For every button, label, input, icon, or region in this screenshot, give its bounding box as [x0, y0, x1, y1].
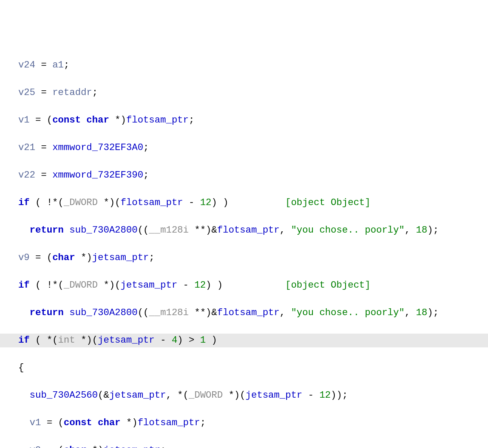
identifier: jetsam_ptr [109, 390, 166, 401]
number-literal: 12 [319, 390, 330, 401]
identifier: v25 [18, 87, 35, 98]
code-line[interactable]: v21 = xmmword_732EF3A0; [0, 141, 488, 155]
code-line[interactable]: v22 = xmmword_732EF390; [0, 169, 488, 182]
identifier: v24 [18, 60, 35, 71]
code-line[interactable]: v25 = retaddr; [0, 86, 488, 100]
code-line[interactable]: v9 = (char *)jetsam_ptr; [0, 444, 488, 448]
keyword: if [18, 335, 29, 346]
number-literal: 1 [200, 335, 206, 346]
code-line[interactable]: v9 = (char *)jetsam_ptr; [0, 251, 488, 265]
number-literal: 18 [416, 225, 427, 236]
identifier: v9 [18, 252, 29, 263]
identifier: flotsam_ptr [217, 307, 280, 318]
identifier: retaddr [53, 87, 92, 98]
type-cast: _DWORD [64, 197, 98, 208]
identifier: jetsam_ptr [103, 445, 160, 448]
string-literal: "you chose.. poorly" [291, 225, 405, 236]
code-line[interactable]: if ( !*(_DWORD *)(flotsam_ptr - 12) ) [o… [0, 196, 488, 210]
type-cast: __m128i [149, 307, 188, 318]
code-line[interactable]: return sub_730A2800((__m128i **)&flotsam… [0, 224, 488, 237]
keyword: char [53, 252, 75, 263]
type-cast: int [58, 335, 75, 346]
function-call: sub_730A2560 [30, 390, 98, 401]
identifier: v21 [18, 142, 35, 153]
keyword: const [53, 115, 81, 126]
code-line[interactable]: v1 = (const char *)flotsam_ptr; [0, 416, 488, 430]
type-cast: __m128i [149, 225, 188, 236]
type-cast: _DWORD [64, 280, 98, 291]
identifier: v22 [18, 170, 35, 181]
comment: [object Object] [285, 280, 371, 291]
number-literal: 18 [416, 307, 427, 318]
code-line[interactable]: v1 = (const char *)flotsam_ptr; [0, 114, 488, 127]
identifier: flotsam_ptr [126, 115, 188, 126]
comment: [object Object] [285, 197, 371, 208]
identifier: v9 [30, 445, 41, 448]
keyword: char [86, 115, 109, 126]
identifier: v1 [30, 417, 41, 428]
keyword: if [18, 280, 29, 291]
number-literal: 12 [195, 280, 206, 291]
string-literal: "you chose.. poorly" [291, 307, 405, 318]
keyword: return [30, 307, 64, 318]
number-literal: 12 [200, 197, 211, 208]
code-line[interactable]: { [0, 361, 488, 375]
number-literal: 4 [172, 335, 177, 346]
code-line[interactable]: return sub_730A2800((__m128i **)&flotsam… [0, 306, 488, 320]
identifier: xmmword_732EF390 [53, 170, 143, 181]
identifier: jetsam_ptr [120, 280, 177, 291]
identifier: a1 [53, 60, 64, 71]
identifier: jetsam_ptr [246, 390, 303, 401]
function-call: sub_730A2800 [69, 307, 137, 318]
code-line-selected[interactable]: if ( *(int *)(jetsam_ptr - 4) > 1 ) [0, 334, 488, 347]
keyword: char [98, 417, 120, 428]
identifier: xmmword_732EF3A0 [53, 142, 143, 153]
type-cast: _DWORD [189, 390, 223, 401]
identifier: flotsam_ptr [120, 197, 183, 208]
identifier: jetsam_ptr [98, 335, 154, 346]
function-call: sub_730A2800 [69, 225, 137, 236]
code-line[interactable]: v24 = a1; [0, 58, 488, 72]
keyword: char [64, 445, 86, 448]
keyword: if [18, 197, 29, 208]
identifier: flotsam_ptr [217, 225, 280, 236]
keyword: return [30, 225, 64, 236]
identifier: v1 [18, 115, 29, 126]
code-line[interactable]: sub_730A2560(&jetsam_ptr, *(_DWORD *)(je… [0, 389, 488, 402]
identifier: jetsam_ptr [92, 252, 149, 263]
keyword: const [64, 417, 92, 428]
code-line[interactable]: if ( !*(_DWORD *)(jetsam_ptr - 12) ) [ob… [0, 279, 488, 292]
identifier: flotsam_ptr [138, 417, 200, 428]
